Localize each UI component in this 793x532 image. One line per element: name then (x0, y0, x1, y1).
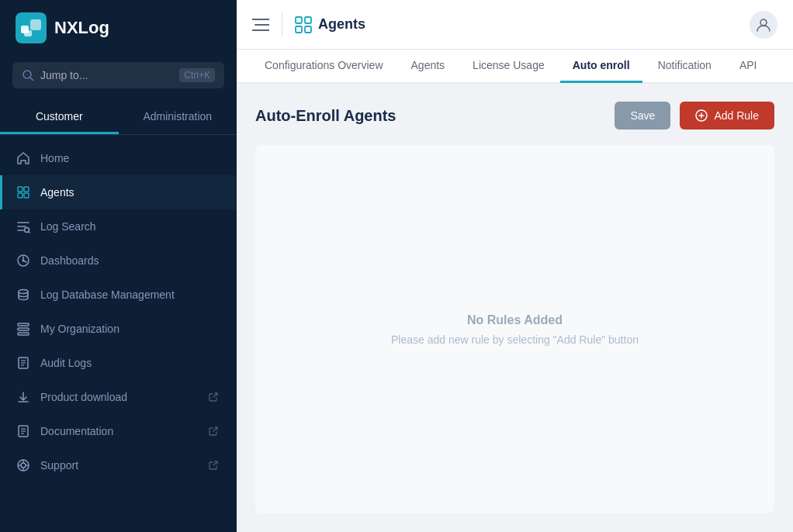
user-avatar-icon (756, 17, 771, 33)
sidebar-label-dashboards: Dashboards (40, 254, 99, 267)
svg-rect-14 (18, 323, 29, 326)
sidebar-label-support: Support (40, 459, 78, 472)
svg-point-39 (760, 19, 767, 26)
db-icon (16, 287, 31, 302)
hamburger-icon (252, 18, 269, 32)
dashboards-icon (16, 253, 31, 268)
sidebar-item-audit-logs[interactable]: Audit Logs (0, 346, 237, 380)
tab-configs-overview[interactable]: Configurations Overview (252, 50, 396, 83)
sidebar: NXLog Jump to... Ctrl+K Customer Adminis… (0, 0, 237, 532)
topbar-title: Agents (318, 16, 365, 33)
svg-rect-8 (24, 193, 29, 198)
svg-line-10 (29, 232, 29, 233)
search-bar[interactable]: Jump to... Ctrl+K (12, 62, 224, 88)
plus-icon (695, 109, 708, 122)
support-icon (16, 458, 31, 473)
home-icon (16, 150, 31, 166)
search-placeholder: Jump to... (40, 69, 173, 81)
sidebar-label-log-db: Log Database Management (40, 288, 175, 301)
top-bar: Agents (237, 0, 793, 50)
svg-point-12 (23, 260, 25, 262)
sidebar-label-home: Home (40, 152, 69, 164)
org-icon (16, 321, 31, 337)
content-header: Auto-Enroll Agents Save Add Rule (255, 102, 774, 130)
tab-agents[interactable]: Agents (399, 50, 458, 83)
empty-state-title: No Rules Added (467, 313, 563, 327)
audit-icon (16, 355, 31, 371)
sub-tabs-bar: Configurations Overview Agents License U… (237, 50, 793, 83)
sidebar-item-home[interactable]: Home (0, 141, 237, 175)
logo-area: NXLog (0, 0, 237, 56)
sidebar-label-log-search: Log Search (40, 220, 96, 233)
sidebar-item-log-db[interactable]: Log Database Management (0, 278, 237, 312)
sidebar-label-audit-logs: Audit Logs (40, 357, 92, 369)
sidebar-item-dashboards[interactable]: Dashboards (0, 244, 237, 278)
hamburger-menu[interactable] (252, 18, 269, 32)
content-area: Auto-Enroll Agents Save Add Rule No Rule… (237, 83, 793, 532)
add-rule-button[interactable]: Add Rule (680, 102, 774, 130)
log-search-icon (16, 219, 31, 234)
topbar-divider (282, 12, 282, 37)
external-link-docs-icon (206, 423, 221, 439)
logo-icon (16, 12, 47, 43)
page-title: Auto-Enroll Agents (255, 107, 396, 125)
main-content: Agents Configurations Overview Agents Li… (237, 0, 793, 532)
tab-license-usage[interactable]: License Usage (460, 50, 557, 83)
sidebar-label-product-download: Product download (40, 391, 127, 403)
sidebar-tabs: Customer Administration (0, 101, 237, 135)
empty-state: No Rules Added Please add new rule by se… (255, 145, 774, 513)
sidebar-item-agents[interactable]: Agents (0, 175, 237, 209)
svg-rect-16 (18, 333, 29, 335)
docs-icon (16, 423, 31, 439)
agents-icon (16, 185, 31, 200)
svg-rect-35 (296, 17, 302, 23)
sidebar-item-product-download[interactable]: Product download (0, 380, 237, 414)
sidebar-label-documentation: Documentation (40, 425, 113, 437)
tab-api[interactable]: API (727, 50, 770, 83)
tab-notification[interactable]: Notification (646, 50, 724, 83)
sidebar-label-my-org: My Organization (40, 323, 119, 335)
empty-state-subtitle: Please add new rule by selecting "Add Ru… (391, 333, 639, 346)
svg-rect-6 (24, 187, 29, 192)
sidebar-item-support[interactable]: Support (0, 448, 237, 482)
svg-point-27 (21, 463, 26, 468)
svg-point-13 (19, 290, 28, 294)
sidebar-item-documentation[interactable]: Documentation (0, 414, 237, 448)
sidebar-item-my-org[interactable]: My Organization (0, 312, 237, 346)
sidebar-label-agents: Agents (40, 186, 74, 199)
sidebar-tab-administration[interactable]: Administration (119, 101, 237, 134)
svg-rect-15 (18, 328, 29, 330)
nav-section: Home Agents Log Search (0, 141, 237, 532)
external-link-icon (206, 389, 221, 405)
svg-rect-38 (305, 26, 311, 33)
logo-name: NXLog (54, 18, 109, 38)
svg-rect-5 (18, 187, 23, 192)
svg-rect-37 (296, 26, 302, 33)
topbar-title-area: Agents (295, 16, 365, 33)
svg-rect-1 (30, 19, 41, 30)
add-rule-label: Add Rule (714, 109, 759, 122)
agents-topbar-icon (295, 16, 312, 33)
save-button[interactable]: Save (615, 102, 670, 130)
search-icon (22, 69, 34, 81)
download-icon (16, 389, 31, 405)
svg-rect-7 (18, 193, 23, 198)
search-shortcut: Ctrl+K (179, 68, 215, 82)
external-link-support-icon (206, 458, 221, 473)
svg-line-4 (30, 78, 33, 81)
svg-rect-2 (24, 30, 32, 36)
tab-auto-enroll[interactable]: Auto enroll (560, 50, 642, 83)
svg-rect-36 (305, 17, 311, 23)
user-menu-button[interactable] (750, 11, 777, 39)
header-actions: Save Add Rule (615, 102, 774, 130)
sidebar-item-log-search[interactable]: Log Search (0, 209, 237, 244)
sidebar-tab-customer[interactable]: Customer (0, 101, 119, 134)
